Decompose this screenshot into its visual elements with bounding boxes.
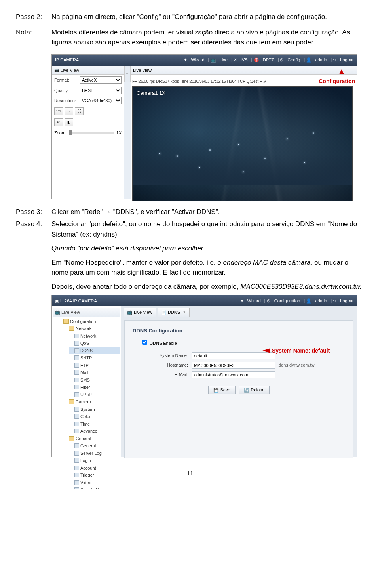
step-2: Passo 2: Na página em directo, clicar "C… (16, 12, 364, 22)
zoom-value: 1X (116, 130, 122, 136)
ddns-panel: DDNS Configuration DDNS Enable System Na… (124, 320, 353, 458)
ddns-enable-checkbox[interactable] (142, 340, 147, 345)
step-3-label: Passo 3: (16, 207, 51, 217)
view-icons-row2: ⟳ ◧ (52, 117, 124, 128)
step-4-line1: Seleccionar "por defeito", ou o nome do … (51, 219, 364, 239)
tree-sntp[interactable]: SNTP (69, 354, 120, 362)
tab-ddns[interactable]: 📄 DDNS✕ (158, 308, 190, 317)
step-4: Passo 4: Seleccionar "por defeito", ou o… (16, 219, 364, 292)
tree-time[interactable]: Time (69, 420, 120, 428)
system-name-input[interactable] (192, 352, 275, 359)
email-input[interactable] (192, 371, 275, 378)
tree-server-log[interactable]: Server Log (69, 450, 120, 457)
tree-advance[interactable]: Advance (69, 428, 120, 435)
hostname-suffix: .ddns.dvrtw.com.tw (277, 362, 315, 368)
nota-text: Modelos diferentes de câmara podem ter v… (51, 27, 364, 48)
app-title: ▣ H.264 IP CAMERA (55, 298, 97, 304)
tree-system[interactable]: System (69, 406, 120, 413)
main-area: 📺 Live View 📄 DDNS✕ DDNS Configuration D… (121, 306, 357, 457)
nav-live[interactable]: | 📺 Live (208, 57, 228, 62)
tree-network[interactable]: Network (69, 332, 120, 340)
resolution-select[interactable]: VGA (640x480) (80, 97, 122, 104)
nav-wizard[interactable]: ✦ Wizard (240, 298, 261, 303)
reload-button[interactable]: 🔄 Reload (239, 386, 270, 395)
save-button[interactable]: 💾 Save (208, 386, 236, 395)
fullscreen-icon[interactable]: ⛶ (75, 107, 84, 115)
hostname-label: Hostname: (133, 362, 192, 368)
tree-qos[interactable]: QoS (69, 340, 120, 347)
video-feed: Camera1 1X (132, 86, 353, 201)
nav-logout[interactable]: | ↪ Logout (331, 57, 353, 62)
step-4-line3: Em "Nome Hospedeiro", manter o valor por… (51, 258, 364, 278)
system-name-label: System Name: (133, 352, 192, 359)
scale-1-1-icon[interactable]: 1:1 (54, 107, 63, 115)
nav-tree: 📺 Live View Configuration Network Networ… (52, 306, 121, 457)
step-3: Passo 3: Clicar em "Rede" → "DDNS", e ve… (16, 207, 364, 217)
tree-account[interactable]: Account (69, 464, 120, 472)
quality-select[interactable]: BEST (80, 87, 122, 94)
tree-video[interactable]: Video (69, 479, 120, 487)
step-3-text: Clicar em "Rede" → "DDNS", e verificar "… (51, 207, 364, 217)
close-icon[interactable]: ✕ (183, 310, 186, 315)
tree-general-folder[interactable]: General (64, 435, 120, 443)
collapse-button[interactable]: ‹‹ (124, 66, 131, 82)
nav-admin[interactable]: | 👤 admin (304, 298, 327, 303)
tree-trigger[interactable]: Trigger (69, 472, 120, 479)
main-panel: Live View FR:25.00 fps DR:617 kbps Time:… (131, 66, 357, 199)
step-4-label: Passo 4: (16, 219, 51, 292)
view-icons-row1: 1:1 ↔ ⛶ (52, 106, 124, 117)
tree-sms[interactable]: SMS (69, 376, 120, 384)
tree-filter[interactable]: Filter (69, 384, 120, 391)
main-tab[interactable]: Live View (131, 66, 357, 75)
side-tab[interactable]: Live View (52, 66, 124, 75)
nav-wizard[interactable]: ✦ Wizard (184, 57, 204, 62)
nav-logout[interactable]: | ↪ Logout (331, 298, 353, 303)
tree-camera-folder[interactable]: Camera (64, 398, 120, 406)
tree-login[interactable]: Login (69, 457, 120, 464)
tab-bar: 📺 Live View 📄 DDNS✕ (121, 306, 357, 319)
tree-network-folder[interactable]: Network (64, 325, 120, 332)
zoom-slider[interactable] (69, 132, 114, 134)
tree-ftp[interactable]: FTP (69, 362, 120, 369)
step-2-text: Na página em directo, clicar "Config" ou… (51, 12, 364, 22)
arrow-left-icon (262, 348, 270, 353)
split-icon[interactable]: ◧ (65, 118, 73, 126)
tree-color[interactable]: Color (69, 413, 120, 420)
nav-config[interactable]: | ⚙ Config (278, 57, 300, 62)
tree-upnp[interactable]: UPnP (69, 391, 120, 399)
app-header: ▣ H.264 IP CAMERA ✦ Wizard | ⚙ Configura… (52, 295, 357, 306)
tree-live-view[interactable]: 📺 Live View (53, 308, 120, 317)
nota-label: Nota: (16, 27, 51, 48)
step-2-label: Passo 2: (16, 12, 51, 22)
side-panel: Live View Format: ActiveX Quality: BEST … (52, 66, 124, 199)
nav-ivs[interactable]: | ✕ IVS (231, 57, 248, 62)
format-select[interactable]: ActiveX (80, 76, 122, 84)
screenshot-ddns-config: ▣ H.264 IP CAMERA ✦ Wizard | ⚙ Configura… (51, 295, 357, 457)
tree-configuration[interactable]: Configuration (58, 318, 120, 325)
panel-title: DDNS Configuration (133, 327, 345, 335)
divider (16, 25, 364, 25)
zoom-label: Zoom: (54, 130, 66, 136)
fit-width-icon[interactable]: ↔ (65, 107, 73, 115)
tab-live-view[interactable]: 📺 Live View (124, 308, 156, 317)
divider (16, 50, 364, 50)
nav-dptz[interactable]: | 🎯 DPTZ (251, 57, 274, 62)
tree-mail[interactable]: Mail (69, 369, 120, 376)
hostname-input[interactable] (192, 362, 275, 369)
tree-ddns[interactable]: DDNS (69, 347, 120, 355)
nav-admin[interactable]: | 👤 admin (304, 57, 327, 62)
refresh-icon[interactable]: ⟳ (54, 118, 63, 126)
step-4-line4: Depois, deve anotar todo o endereço da c… (51, 282, 364, 292)
email-label: E-Mail: (133, 371, 192, 378)
tree-google-maps[interactable]: Google Maps (69, 486, 120, 489)
arrow-up-icon (339, 69, 344, 74)
configuration-callout: Configuration (319, 77, 355, 86)
system-name-callout: System Name: default (274, 347, 330, 355)
step-4-body: Seleccionar "por defeito", ou o nome do … (51, 219, 364, 292)
zoom-control: Zoom: 1X (52, 128, 124, 138)
screenshot-live-view: IP CAMERA ✦ Wizard | 📺 Live | ✕ IVS | 🎯 … (51, 54, 357, 199)
tree-general[interactable]: General (69, 442, 120, 450)
nav-config[interactable]: | ⚙ Configuration (264, 298, 300, 303)
app-title: IP CAMERA (55, 57, 79, 63)
header-nav: ✦ Wizard | ⚙ Configuration | 👤 admin | ↪… (238, 298, 354, 304)
